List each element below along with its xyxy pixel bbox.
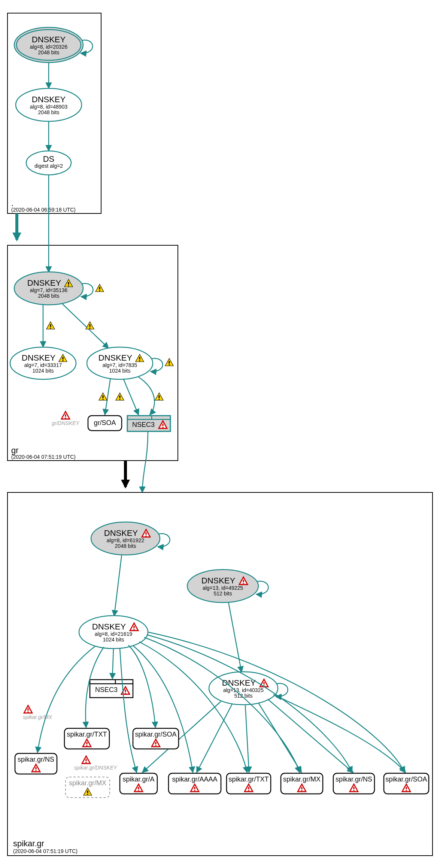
svg-text:1024 bits: 1024 bits xyxy=(103,637,124,643)
svg-text:spikar.gr/TXT: spikar.gr/TXT xyxy=(67,731,107,738)
zone-spikar-ts: (2020-06-04 07:51:19 UTC) xyxy=(13,848,78,854)
node-sp-ksk2: DNSKEY alg=13, id=49225 512 bits xyxy=(187,570,258,603)
svg-text:gr/SOA: gr/SOA xyxy=(94,419,116,427)
node-sp-txt-b: spikar.gr/TXT xyxy=(227,773,271,794)
node-sp-aaaa: spikar.gr/AAAA xyxy=(169,773,221,794)
node-sp-mx-b: spikar.gr/MX xyxy=(281,773,323,794)
svg-text:alg=7, id=35136: alg=7, id=35136 xyxy=(30,287,68,293)
edge-zsk2-mx xyxy=(258,703,301,773)
node-sp-soa-a: spikar.gr/SOA xyxy=(133,728,179,749)
svg-text:spikar.gr/AAAA: spikar.gr/AAAA xyxy=(172,776,217,783)
svg-text:DS: DS xyxy=(43,154,55,164)
node-sp-zsk1: DNSKEY alg=8, id=21619 1024 bits xyxy=(79,616,148,649)
node-sp-a: spikar.gr/A xyxy=(120,773,157,794)
node-gr-zsk2: DNSKEY alg=7, id=7835 1024 bits xyxy=(87,347,153,379)
svg-text:spikar.gr/SOA: spikar.gr/SOA xyxy=(385,776,427,783)
warning-icon xyxy=(46,322,55,329)
edge-nsec3-spikar xyxy=(142,431,148,492)
svg-text:spikar.gr/TXT: spikar.gr/TXT xyxy=(228,776,268,783)
svg-text:gr/DNSKEY: gr/DNSKEY xyxy=(52,420,80,426)
svg-text:DNSKEY: DNSKEY xyxy=(92,622,126,631)
warning-icon xyxy=(95,284,104,292)
node-sp-dnskey-ghost: spikar.gr/DNSKEY xyxy=(74,756,118,771)
svg-text:alg=8, id=21619: alg=8, id=21619 xyxy=(95,631,133,637)
node-gr-dnskey-ghost: gr/DNSKEY xyxy=(52,412,80,426)
svg-text:1024 bits: 1024 bits xyxy=(109,368,131,374)
node-gr-zsk1: DNSKEY alg=7, id=33317 1024 bits xyxy=(10,347,76,379)
edge-zsk2-aaaa xyxy=(197,704,232,773)
svg-text:alg=7, id=7835: alg=7, id=7835 xyxy=(103,362,137,368)
edge-zsk2-ns xyxy=(268,699,353,773)
error-icon xyxy=(24,705,32,713)
svg-text:NSEC3: NSEC3 xyxy=(132,421,155,428)
svg-text:alg=8, id=48903: alg=8, id=48903 xyxy=(30,104,68,110)
svg-text:alg=13, id=40325: alg=13, id=40325 xyxy=(223,687,264,693)
node-sp-txt-a: spikar.gr/TXT xyxy=(64,728,109,749)
svg-text:spikar.gr/NS: spikar.gr/NS xyxy=(18,756,54,763)
svg-text:DNSKEY: DNSKEY xyxy=(201,576,236,585)
warning-icon xyxy=(155,393,163,400)
edge-zsk2-nsec3-1 xyxy=(124,379,139,415)
warning-icon xyxy=(86,322,94,329)
node-sp-nsec3: NSEC3 xyxy=(90,680,133,698)
svg-text:DNSKEY: DNSKEY xyxy=(222,678,256,688)
svg-text:spikar.gr/SOA: spikar.gr/SOA xyxy=(135,731,176,738)
svg-text:spikar.gr/MX: spikar.gr/MX xyxy=(69,779,106,787)
svg-text:DNSKEY: DNSKEY xyxy=(32,35,66,44)
zone-gr: gr (2020-06-04 07:51:19 UTC) DNSKEY alg=… xyxy=(7,175,178,461)
edge-zsk1-nsec3 xyxy=(112,649,113,679)
svg-text:alg=8, id=61922: alg=8, id=61922 xyxy=(107,537,145,543)
svg-text:1024 bits: 1024 bits xyxy=(33,368,54,374)
node-gr-soa: gr/SOA xyxy=(88,416,122,431)
svg-text:spikar.gr/NS: spikar.gr/NS xyxy=(336,776,372,783)
edge-zsk1-soa-b xyxy=(148,632,404,773)
error-icon xyxy=(61,412,70,419)
svg-text:2048 bits: 2048 bits xyxy=(38,109,60,115)
svg-text:digest alg=2: digest alg=2 xyxy=(34,163,63,169)
svg-text:DNSKEY: DNSKEY xyxy=(98,353,133,362)
svg-text:DNSKEY: DNSKEY xyxy=(104,528,138,538)
zone-root-ts: (2020-06-04 06:59:18 UTC) xyxy=(11,207,76,213)
svg-text:spikar.gr/MX: spikar.gr/MX xyxy=(283,776,321,783)
zone-spikar: spikar.gr (2020-06-04 07:51:19 UTC) DNSK… xyxy=(7,492,433,856)
svg-text:2048 bits: 2048 bits xyxy=(38,49,60,55)
edge-zsk2-nsec3-2 xyxy=(139,377,154,415)
node-root-zsk: DNSKEY alg=8, id=48903 2048 bits xyxy=(16,88,82,121)
svg-text:alg=7, id=33317: alg=7, id=33317 xyxy=(24,362,62,368)
warning-icon xyxy=(165,358,173,366)
zone-gr-ts: (2020-06-04 07:51:19 UTC) xyxy=(11,454,76,460)
warning-icon xyxy=(116,393,124,400)
svg-text:DNSKEY: DNSKEY xyxy=(22,353,56,362)
node-root-ds: DS digest alg=2 xyxy=(26,151,71,175)
svg-text:spikar.gr/A: spikar.gr/A xyxy=(122,776,154,783)
svg-text:DNSKEY: DNSKEY xyxy=(27,278,61,288)
node-root-ksk: DNSKEY alg=8, id=20326 2048 bits xyxy=(14,27,83,63)
svg-text:alg=13, id=49225: alg=13, id=49225 xyxy=(203,585,243,591)
edge-zsk1-mx-b xyxy=(144,637,300,773)
svg-text:NSEC3: NSEC3 xyxy=(95,686,118,694)
node-sp-zsk2: DNSKEY alg=13, id=40325 512 bits xyxy=(209,672,278,705)
edge-spksk1-zsk1 xyxy=(114,555,122,616)
dnssec-graph: . (2020-06-04 06:59:18 UTC) DNSKEY alg=8… xyxy=(0,0,440,868)
edge-zsk2-txt xyxy=(245,705,249,773)
svg-text:spikar.gr/MX: spikar.gr/MX xyxy=(23,714,52,720)
node-sp-soa-b: spikar.gr/SOA xyxy=(384,773,429,794)
warning-icon xyxy=(99,393,107,400)
svg-rect-37 xyxy=(7,492,433,856)
edge-spksk2-zsk2 xyxy=(228,602,242,672)
node-sp-ns-a: spikar.gr/NS xyxy=(15,753,57,774)
edge-grksk-zsk2 xyxy=(62,303,109,348)
zone-spikar-name: spikar.gr xyxy=(13,839,44,848)
edge-zsk1-a xyxy=(120,648,137,773)
edge-zsk2-soa xyxy=(105,378,110,415)
node-sp-mx-dashed: spikar.gr/MX xyxy=(66,777,110,798)
svg-text:2048 bits: 2048 bits xyxy=(38,293,60,299)
svg-text:DNSKEY: DNSKEY xyxy=(32,95,66,104)
node-sp-ns-b: spikar.gr/NS xyxy=(333,773,374,794)
zone-root: . (2020-06-04 06:59:18 UTC) DNSKEY alg=8… xyxy=(7,13,101,213)
svg-text:512 bits: 512 bits xyxy=(213,591,232,597)
node-sp-mx-ghost: spikar.gr/MX xyxy=(23,705,52,720)
node-gr-nsec3: NSEC3 xyxy=(127,416,170,431)
svg-text:alg=8, id=20326: alg=8, id=20326 xyxy=(30,44,68,50)
node-sp-ksk1: DNSKEY alg=8, id=61922 2048 bits xyxy=(91,522,160,555)
